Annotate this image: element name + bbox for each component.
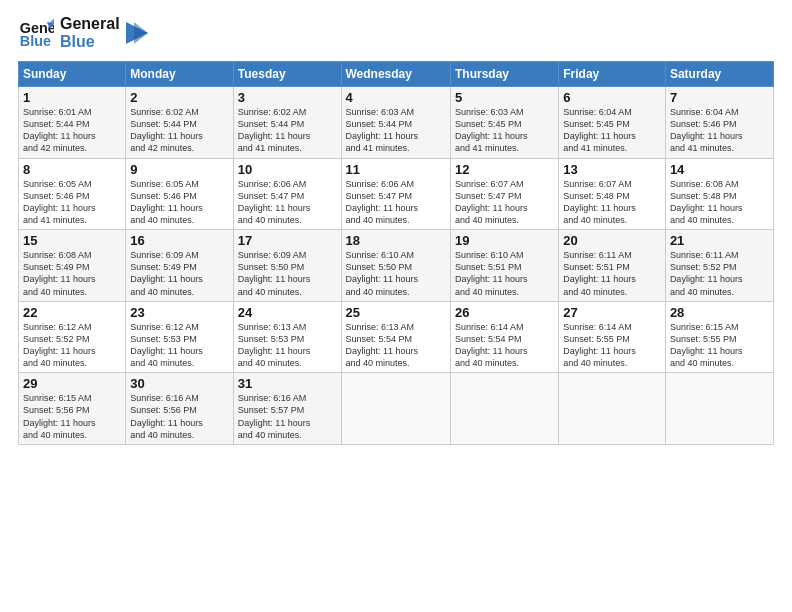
day-number: 21 — [670, 233, 769, 248]
logo-general: General — [60, 15, 120, 33]
day-number: 4 — [346, 90, 446, 105]
col-header-monday: Monday — [126, 62, 233, 87]
day-info: Sunrise: 6:14 AM Sunset: 5:54 PM Dayligh… — [455, 321, 554, 370]
day-number: 16 — [130, 233, 228, 248]
day-number: 8 — [23, 162, 121, 177]
calendar-cell — [559, 373, 666, 445]
calendar-week-2: 15Sunrise: 6:08 AM Sunset: 5:49 PM Dayli… — [19, 230, 774, 302]
col-header-wednesday: Wednesday — [341, 62, 450, 87]
calendar-cell: 28Sunrise: 6:15 AM Sunset: 5:55 PM Dayli… — [665, 301, 773, 373]
calendar-cell: 18Sunrise: 6:10 AM Sunset: 5:50 PM Dayli… — [341, 230, 450, 302]
day-info: Sunrise: 6:12 AM Sunset: 5:53 PM Dayligh… — [130, 321, 228, 370]
day-number: 31 — [238, 376, 337, 391]
day-number: 1 — [23, 90, 121, 105]
day-info: Sunrise: 6:05 AM Sunset: 5:46 PM Dayligh… — [23, 178, 121, 227]
day-number: 27 — [563, 305, 661, 320]
logo-blue: Blue — [60, 33, 120, 51]
col-header-thursday: Thursday — [450, 62, 558, 87]
day-number: 30 — [130, 376, 228, 391]
day-info: Sunrise: 6:03 AM Sunset: 5:45 PM Dayligh… — [455, 106, 554, 155]
day-number: 17 — [238, 233, 337, 248]
day-number: 23 — [130, 305, 228, 320]
calendar-cell: 5Sunrise: 6:03 AM Sunset: 5:45 PM Daylig… — [450, 87, 558, 159]
calendar-cell: 26Sunrise: 6:14 AM Sunset: 5:54 PM Dayli… — [450, 301, 558, 373]
day-info: Sunrise: 6:03 AM Sunset: 5:44 PM Dayligh… — [346, 106, 446, 155]
day-info: Sunrise: 6:15 AM Sunset: 5:56 PM Dayligh… — [23, 392, 121, 441]
day-info: Sunrise: 6:07 AM Sunset: 5:48 PM Dayligh… — [563, 178, 661, 227]
calendar-cell: 23Sunrise: 6:12 AM Sunset: 5:53 PM Dayli… — [126, 301, 233, 373]
calendar-cell: 21Sunrise: 6:11 AM Sunset: 5:52 PM Dayli… — [665, 230, 773, 302]
calendar-cell: 11Sunrise: 6:06 AM Sunset: 5:47 PM Dayli… — [341, 158, 450, 230]
calendar-week-3: 22Sunrise: 6:12 AM Sunset: 5:52 PM Dayli… — [19, 301, 774, 373]
day-info: Sunrise: 6:15 AM Sunset: 5:55 PM Dayligh… — [670, 321, 769, 370]
day-info: Sunrise: 6:11 AM Sunset: 5:52 PM Dayligh… — [670, 249, 769, 298]
calendar-cell: 17Sunrise: 6:09 AM Sunset: 5:50 PM Dayli… — [233, 230, 341, 302]
day-info: Sunrise: 6:06 AM Sunset: 5:47 PM Dayligh… — [238, 178, 337, 227]
day-number: 2 — [130, 90, 228, 105]
calendar-cell: 12Sunrise: 6:07 AM Sunset: 5:47 PM Dayli… — [450, 158, 558, 230]
calendar-cell: 7Sunrise: 6:04 AM Sunset: 5:46 PM Daylig… — [665, 87, 773, 159]
logo-icon: General Blue — [18, 15, 54, 51]
calendar-cell: 16Sunrise: 6:09 AM Sunset: 5:49 PM Dayli… — [126, 230, 233, 302]
day-info: Sunrise: 6:11 AM Sunset: 5:51 PM Dayligh… — [563, 249, 661, 298]
col-header-tuesday: Tuesday — [233, 62, 341, 87]
day-number: 5 — [455, 90, 554, 105]
day-number: 28 — [670, 305, 769, 320]
calendar-cell: 29Sunrise: 6:15 AM Sunset: 5:56 PM Dayli… — [19, 373, 126, 445]
day-info: Sunrise: 6:07 AM Sunset: 5:47 PM Dayligh… — [455, 178, 554, 227]
day-number: 15 — [23, 233, 121, 248]
day-number: 18 — [346, 233, 446, 248]
page-container: General Blue General Blue SundayMondayTu… — [0, 0, 792, 455]
col-header-friday: Friday — [559, 62, 666, 87]
day-info: Sunrise: 6:06 AM Sunset: 5:47 PM Dayligh… — [346, 178, 446, 227]
calendar-table: SundayMondayTuesdayWednesdayThursdayFrid… — [18, 61, 774, 445]
calendar-cell: 3Sunrise: 6:02 AM Sunset: 5:44 PM Daylig… — [233, 87, 341, 159]
calendar-week-4: 29Sunrise: 6:15 AM Sunset: 5:56 PM Dayli… — [19, 373, 774, 445]
calendar-cell: 22Sunrise: 6:12 AM Sunset: 5:52 PM Dayli… — [19, 301, 126, 373]
day-number: 26 — [455, 305, 554, 320]
day-info: Sunrise: 6:09 AM Sunset: 5:49 PM Dayligh… — [130, 249, 228, 298]
calendar-cell: 9Sunrise: 6:05 AM Sunset: 5:46 PM Daylig… — [126, 158, 233, 230]
calendar-header-row: SundayMondayTuesdayWednesdayThursdayFrid… — [19, 62, 774, 87]
calendar-cell: 15Sunrise: 6:08 AM Sunset: 5:49 PM Dayli… — [19, 230, 126, 302]
day-number: 11 — [346, 162, 446, 177]
day-number: 12 — [455, 162, 554, 177]
calendar-cell: 13Sunrise: 6:07 AM Sunset: 5:48 PM Dayli… — [559, 158, 666, 230]
calendar-cell: 6Sunrise: 6:04 AM Sunset: 5:45 PM Daylig… — [559, 87, 666, 159]
calendar-cell: 24Sunrise: 6:13 AM Sunset: 5:53 PM Dayli… — [233, 301, 341, 373]
day-info: Sunrise: 6:10 AM Sunset: 5:51 PM Dayligh… — [455, 249, 554, 298]
day-info: Sunrise: 6:02 AM Sunset: 5:44 PM Dayligh… — [238, 106, 337, 155]
calendar-cell — [665, 373, 773, 445]
day-number: 24 — [238, 305, 337, 320]
day-info: Sunrise: 6:04 AM Sunset: 5:46 PM Dayligh… — [670, 106, 769, 155]
calendar-cell: 2Sunrise: 6:02 AM Sunset: 5:44 PM Daylig… — [126, 87, 233, 159]
calendar-cell: 20Sunrise: 6:11 AM Sunset: 5:51 PM Dayli… — [559, 230, 666, 302]
day-info: Sunrise: 6:08 AM Sunset: 5:48 PM Dayligh… — [670, 178, 769, 227]
day-info: Sunrise: 6:13 AM Sunset: 5:53 PM Dayligh… — [238, 321, 337, 370]
svg-marker-5 — [134, 22, 148, 44]
day-info: Sunrise: 6:16 AM Sunset: 5:57 PM Dayligh… — [238, 392, 337, 441]
calendar-cell: 27Sunrise: 6:14 AM Sunset: 5:55 PM Dayli… — [559, 301, 666, 373]
day-number: 10 — [238, 162, 337, 177]
calendar-cell: 31Sunrise: 6:16 AM Sunset: 5:57 PM Dayli… — [233, 373, 341, 445]
day-info: Sunrise: 6:08 AM Sunset: 5:49 PM Dayligh… — [23, 249, 121, 298]
header: General Blue General Blue — [18, 15, 774, 51]
day-number: 9 — [130, 162, 228, 177]
day-number: 13 — [563, 162, 661, 177]
day-number: 7 — [670, 90, 769, 105]
calendar-cell: 4Sunrise: 6:03 AM Sunset: 5:44 PM Daylig… — [341, 87, 450, 159]
calendar-cell: 1Sunrise: 6:01 AM Sunset: 5:44 PM Daylig… — [19, 87, 126, 159]
svg-text:Blue: Blue — [20, 33, 51, 49]
day-number: 29 — [23, 376, 121, 391]
calendar-cell: 30Sunrise: 6:16 AM Sunset: 5:56 PM Dayli… — [126, 373, 233, 445]
day-number: 19 — [455, 233, 554, 248]
calendar-cell: 14Sunrise: 6:08 AM Sunset: 5:48 PM Dayli… — [665, 158, 773, 230]
day-info: Sunrise: 6:01 AM Sunset: 5:44 PM Dayligh… — [23, 106, 121, 155]
day-info: Sunrise: 6:10 AM Sunset: 5:50 PM Dayligh… — [346, 249, 446, 298]
calendar-cell: 10Sunrise: 6:06 AM Sunset: 5:47 PM Dayli… — [233, 158, 341, 230]
day-number: 22 — [23, 305, 121, 320]
day-info: Sunrise: 6:09 AM Sunset: 5:50 PM Dayligh… — [238, 249, 337, 298]
calendar-cell — [341, 373, 450, 445]
day-number: 14 — [670, 162, 769, 177]
day-info: Sunrise: 6:04 AM Sunset: 5:45 PM Dayligh… — [563, 106, 661, 155]
